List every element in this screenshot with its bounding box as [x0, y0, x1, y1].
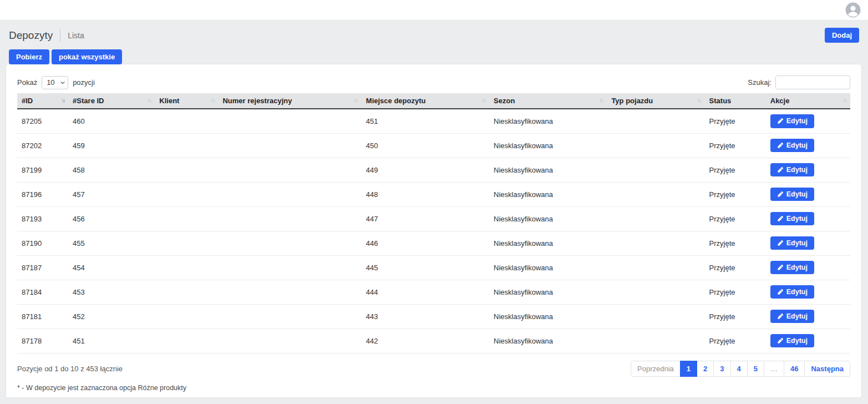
pagination-previous[interactable]: Poprzednia [631, 361, 681, 377]
column-header-status: Status [705, 93, 766, 109]
cell-id: 87202 [17, 133, 68, 158]
cell-klient [155, 304, 218, 329]
table-row: 87181 452 443 Niesklasyfikowana Przyjęte… [17, 304, 850, 329]
cell-stare-id: 456 [68, 206, 155, 231]
cell-akcje: Edytuj [766, 109, 850, 133]
sort-icon: ↑↓ [599, 97, 604, 103]
column-header-sezon[interactable]: Sezon ↑↓ [489, 93, 607, 109]
cell-id: 87187 [17, 255, 68, 280]
pencil-icon [777, 143, 783, 149]
pagination: Poprzednia12345…46Następna [631, 361, 850, 377]
pagination-page-1[interactable]: 1 [680, 361, 697, 377]
cell-sezon: Niesklasyfikowana [489, 206, 607, 231]
cell-status: Przyjęte [705, 133, 766, 158]
cell-status: Przyjęte [705, 255, 766, 280]
column-header-stare-id[interactable]: #Stare ID ↑↓ [68, 93, 155, 109]
pencil-icon [777, 314, 783, 320]
table-row: 87199 458 449 Niesklasyfikowana Przyjęte… [17, 158, 850, 182]
download-button[interactable]: Pobierz [9, 49, 49, 64]
edit-button[interactable]: Edytuj [770, 114, 814, 128]
page-size-select[interactable]: 10 [42, 76, 68, 89]
pagination-ellipsis[interactable]: … [764, 361, 784, 377]
table-card: Pokaż 10 pozycji Szukaj: #ID [6, 64, 861, 397]
pagination-page-4[interactable]: 4 [730, 361, 748, 377]
edit-button[interactable]: Edytuj [770, 139, 814, 153]
pagination-page-2[interactable]: 2 [697, 361, 714, 377]
cell-sezon: Niesklasyfikowana [489, 280, 607, 304]
pagination-page-5[interactable]: 5 [747, 361, 764, 377]
show-all-button[interactable]: pokaż wszystkie [52, 49, 122, 64]
cell-sezon: Niesklasyfikowana [489, 304, 607, 329]
cell-typ-pojazdu [607, 182, 704, 206]
cell-typ-pojazdu [607, 109, 704, 133]
table-row: 87187 454 445 Niesklasyfikowana Przyjęte… [17, 255, 850, 280]
cell-numer-rejestracyjny [218, 133, 361, 158]
edit-button[interactable]: Edytuj [770, 261, 814, 275]
topbar [0, 0, 868, 21]
table-row: 87190 455 446 Niesklasyfikowana Przyjęte… [17, 231, 850, 255]
search-input[interactable] [775, 75, 850, 89]
table-row: 87184 453 444 Niesklasyfikowana Przyjęte… [17, 280, 850, 304]
pagination-page-46[interactable]: 46 [784, 361, 805, 377]
cell-stare-id: 453 [68, 280, 155, 304]
cell-numer-rejestracyjny [218, 280, 361, 304]
avatar-button[interactable] [845, 2, 861, 18]
column-header-klient[interactable]: Klient ↑↓ [155, 93, 218, 109]
cell-stare-id: 457 [68, 182, 155, 206]
column-header-typ-pojazdu[interactable]: Typ pojazdu ↑↓ [607, 93, 704, 109]
cell-klient [155, 182, 218, 206]
cell-miejsce-depozytu: 451 [362, 109, 489, 133]
edit-button[interactable]: Edytuj [770, 310, 814, 324]
cell-klient [155, 133, 218, 158]
cell-miejsce-depozytu: 443 [362, 304, 489, 329]
entries-label: pozycji [73, 78, 95, 87]
sort-icon: ↑↓ [842, 97, 847, 103]
pencil-icon [777, 191, 783, 198]
sort-icon: ↑↓ [697, 97, 702, 103]
column-header-id[interactable]: #ID ↑↓ [17, 93, 68, 109]
cell-akcje: Edytuj [766, 133, 850, 158]
cell-sezon: Niesklasyfikowana [489, 158, 607, 182]
cell-typ-pojazdu [607, 231, 704, 255]
cell-id: 87205 [17, 109, 68, 133]
cell-numer-rejestracyjny [218, 255, 361, 280]
cell-akcje: Edytuj [766, 304, 850, 329]
cell-miejsce-depozytu: 448 [362, 182, 489, 206]
table-header-row: #ID ↑↓ #Stare ID ↑↓ Klient ↑↓ Numer reje… [17, 93, 850, 109]
edit-button[interactable]: Edytuj [770, 212, 814, 226]
cell-miejsce-depozytu: 442 [362, 329, 489, 353]
cell-akcje: Edytuj [766, 255, 850, 280]
cell-id: 87190 [17, 231, 68, 255]
cell-klient [155, 280, 218, 304]
page-header: Depozyty Lista Dodaj Pobierz pokaż wszys… [0, 21, 868, 64]
cell-sezon: Niesklasyfikowana [489, 329, 607, 353]
column-header-numer-rejestracyjny[interactable]: Numer rejestracyjny ↑↓ [218, 93, 361, 109]
edit-button[interactable]: Edytuj [770, 285, 814, 299]
edit-button[interactable]: Edytuj [770, 334, 814, 348]
page-size-label: Pokaż [17, 78, 37, 87]
cell-id: 87196 [17, 182, 68, 206]
pagination-next[interactable]: Następna [804, 361, 850, 377]
cell-miejsce-depozytu: 445 [362, 255, 489, 280]
column-header-miejsce-depozytu[interactable]: Miejsce depozytu ↑↓ [362, 93, 489, 109]
cell-klient [155, 255, 218, 280]
sort-icon: ↑↓ [481, 97, 486, 103]
breadcrumb: Lista [68, 31, 84, 40]
add-button[interactable]: Dodaj [825, 28, 859, 43]
column-header-akcje[interactable]: Akcje ↑↓ [766, 93, 850, 109]
cell-id: 87178 [17, 329, 68, 353]
edit-button[interactable]: Edytuj [770, 188, 814, 201]
cell-id: 87181 [17, 304, 68, 329]
cell-akcje: Edytuj [766, 158, 850, 182]
cell-miejsce-depozytu: 449 [362, 158, 489, 182]
cell-stare-id: 454 [68, 255, 155, 280]
edit-button[interactable]: Edytuj [770, 236, 814, 250]
cell-numer-rejestracyjny [218, 206, 361, 231]
pagination-page-3[interactable]: 3 [713, 361, 730, 377]
cell-sezon: Niesklasyfikowana [489, 231, 607, 255]
sort-icon: ↑↓ [354, 97, 359, 103]
user-icon [845, 11, 861, 19]
cell-typ-pojazdu [607, 133, 704, 158]
edit-button[interactable]: Edytuj [770, 163, 814, 177]
sort-icon: ↑↓ [60, 97, 65, 103]
